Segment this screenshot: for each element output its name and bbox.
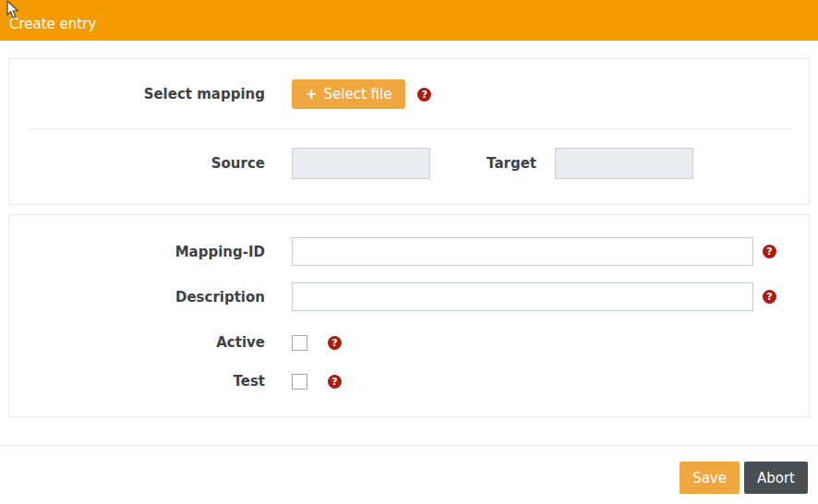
save-button[interactable]: Save: [680, 462, 740, 494]
test-checkbox[interactable]: [292, 374, 307, 390]
help-icon-description[interactable]: ?: [763, 290, 776, 304]
help-icon-active[interactable]: ?: [328, 336, 342, 350]
select-file-button[interactable]: + Select file: [292, 79, 405, 109]
description-input[interactable]: [292, 282, 753, 311]
help-icon-select-file[interactable]: ?: [417, 88, 431, 102]
mapping-panel: Select mapping + Select file ? Source Ta…: [8, 58, 810, 205]
plus-icon: +: [306, 86, 318, 102]
active-label: Active: [9, 334, 265, 351]
source-input: [292, 148, 430, 179]
description-row: Description ?: [9, 282, 809, 311]
description-label: Description: [9, 289, 265, 306]
mapping-id-label: Mapping-ID: [9, 244, 265, 260]
page-header: Create entry: [0, 0, 818, 41]
footer-divider: [0, 445, 818, 446]
test-row: Test ?: [9, 373, 809, 390]
test-label: Test: [9, 373, 265, 390]
mapping-id-row: Mapping-ID ?: [9, 237, 809, 266]
panel-divider: [28, 128, 790, 129]
active-checkbox[interactable]: [292, 335, 307, 351]
details-panel: Mapping-ID ? Description ? Active ? Test…: [8, 214, 810, 417]
footer-actions: Save Abort: [0, 462, 808, 494]
target-input: [555, 148, 693, 179]
source-label: Source: [9, 155, 265, 172]
mapping-id-input[interactable]: [292, 237, 753, 266]
abort-button[interactable]: Abort: [744, 462, 808, 494]
select-mapping-label: Select mapping: [9, 86, 265, 102]
select-mapping-row: Select mapping + Select file ?: [9, 79, 809, 109]
help-icon-mapping-id[interactable]: ?: [763, 245, 776, 258]
page-title: Create entry: [9, 16, 96, 32]
help-icon-test[interactable]: ?: [328, 375, 342, 389]
target-label: Target: [430, 155, 536, 172]
source-target-row: Source Target: [9, 148, 809, 179]
select-file-button-label: Select file: [324, 86, 392, 102]
active-row: Active ?: [9, 334, 809, 351]
